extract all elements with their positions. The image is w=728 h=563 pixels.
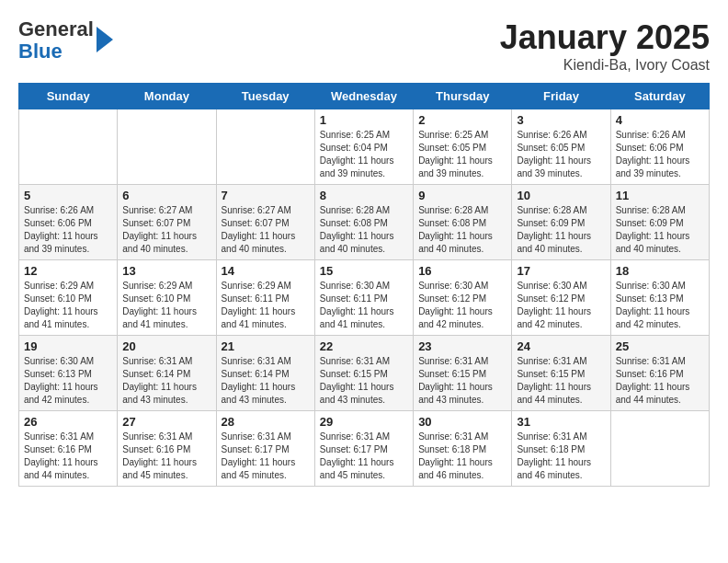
day-info: Sunrise: 6:31 AMSunset: 6:16 PMDaylight:… (24, 431, 112, 482)
day-number: 7 (222, 189, 310, 202)
day-number: 4 (616, 113, 704, 127)
day-number: 20 (122, 339, 210, 353)
logo-general: General (18, 17, 94, 40)
calendar-cell: 2Sunrise: 6:25 AMSunset: 6:05 PMDaylight… (414, 109, 512, 185)
calendar-cell: 14Sunrise: 6:29 AMSunset: 6:11 PMDayligh… (216, 260, 314, 336)
calendar-cell: 6Sunrise: 6:27 AMSunset: 6:07 PMDaylight… (118, 185, 216, 260)
calendar-cell: 25Sunrise: 6:31 AMSunset: 6:16 PMDayligh… (610, 336, 709, 411)
calendar-cell: 24Sunrise: 6:31 AMSunset: 6:15 PMDayligh… (512, 336, 610, 411)
day-number: 6 (122, 189, 210, 202)
calendar-cell (118, 109, 216, 185)
day-info: Sunrise: 6:28 AMSunset: 6:08 PMDaylight:… (320, 204, 408, 256)
day-number: 14 (222, 264, 310, 278)
calendar-cell (216, 109, 314, 185)
calendar-cell: 11Sunrise: 6:28 AMSunset: 6:09 PMDayligh… (610, 185, 709, 260)
day-number: 10 (517, 189, 605, 202)
calendar-cell: 20Sunrise: 6:31 AMSunset: 6:14 PMDayligh… (118, 336, 216, 411)
calendar-cell: 27Sunrise: 6:31 AMSunset: 6:16 PMDayligh… (118, 411, 216, 487)
day-info: Sunrise: 6:31 AMSunset: 6:15 PMDaylight:… (517, 355, 605, 407)
day-number: 5 (24, 189, 112, 202)
calendar-cell: 19Sunrise: 6:30 AMSunset: 6:13 PMDayligh… (19, 336, 118, 411)
day-number: 1 (320, 113, 408, 127)
day-info: Sunrise: 6:27 AMSunset: 6:07 PMDaylight:… (222, 204, 310, 256)
calendar-cell: 1Sunrise: 6:25 AMSunset: 6:04 PMDaylight… (314, 109, 413, 185)
title-block: January 2025 Kiendi-Ba, Ivory Coast (500, 18, 710, 74)
day-number: 15 (320, 264, 408, 278)
calendar-cell: 30Sunrise: 6:31 AMSunset: 6:18 PMDayligh… (414, 411, 512, 487)
day-header-friday: Friday (512, 84, 610, 109)
page-title: January 2025 (500, 18, 710, 57)
day-info: Sunrise: 6:31 AMSunset: 6:14 PMDaylight:… (122, 355, 210, 407)
calendar-cell: 8Sunrise: 6:28 AMSunset: 6:08 PMDaylight… (314, 185, 413, 260)
calendar-cell: 28Sunrise: 6:31 AMSunset: 6:17 PMDayligh… (216, 411, 314, 487)
logo-arrow-icon (97, 27, 113, 52)
day-info: Sunrise: 6:26 AMSunset: 6:06 PMDaylight:… (24, 204, 112, 256)
calendar-cell: 3Sunrise: 6:26 AMSunset: 6:05 PMDaylight… (512, 109, 610, 185)
day-info: Sunrise: 6:31 AMSunset: 6:18 PMDaylight:… (517, 431, 605, 482)
calendar-cell (610, 411, 709, 487)
calendar-cell: 18Sunrise: 6:30 AMSunset: 6:13 PMDayligh… (610, 260, 709, 336)
day-info: Sunrise: 6:27 AMSunset: 6:07 PMDaylight:… (122, 204, 210, 256)
day-info: Sunrise: 6:26 AMSunset: 6:05 PMDaylight:… (517, 129, 605, 180)
calendar-header-row: SundayMondayTuesdayWednesdayThursdayFrid… (19, 84, 710, 109)
day-info: Sunrise: 6:31 AMSunset: 6:16 PMDaylight:… (122, 431, 210, 482)
day-info: Sunrise: 6:25 AMSunset: 6:05 PMDaylight:… (418, 129, 506, 180)
calendar-cell: 13Sunrise: 6:29 AMSunset: 6:10 PMDayligh… (118, 260, 216, 336)
day-number: 2 (418, 113, 506, 127)
day-number: 31 (517, 415, 605, 429)
day-info: Sunrise: 6:31 AMSunset: 6:17 PMDaylight:… (222, 431, 310, 482)
calendar-cell: 31Sunrise: 6:31 AMSunset: 6:18 PMDayligh… (512, 411, 610, 487)
calendar-cell (19, 109, 118, 185)
calendar-cell: 17Sunrise: 6:30 AMSunset: 6:12 PMDayligh… (512, 260, 610, 336)
day-number: 26 (24, 415, 112, 429)
day-header-monday: Monday (118, 84, 216, 109)
day-number: 21 (222, 339, 310, 353)
day-number: 9 (418, 189, 506, 202)
calendar-cell: 9Sunrise: 6:28 AMSunset: 6:08 PMDaylight… (414, 185, 512, 260)
day-info: Sunrise: 6:29 AMSunset: 6:10 PMDaylight:… (24, 280, 112, 331)
calendar-cell: 22Sunrise: 6:31 AMSunset: 6:15 PMDayligh… (314, 336, 413, 411)
day-info: Sunrise: 6:30 AMSunset: 6:11 PMDaylight:… (320, 280, 408, 331)
calendar-cell: 5Sunrise: 6:26 AMSunset: 6:06 PMDaylight… (19, 185, 118, 260)
day-number: 24 (517, 339, 605, 353)
day-info: Sunrise: 6:30 AMSunset: 6:13 PMDaylight:… (616, 280, 704, 331)
day-info: Sunrise: 6:26 AMSunset: 6:06 PMDaylight:… (616, 129, 704, 180)
calendar-cell: 23Sunrise: 6:31 AMSunset: 6:15 PMDayligh… (414, 336, 512, 411)
day-number: 18 (616, 264, 704, 278)
day-info: Sunrise: 6:25 AMSunset: 6:04 PMDaylight:… (320, 129, 408, 180)
calendar-cell: 12Sunrise: 6:29 AMSunset: 6:10 PMDayligh… (19, 260, 118, 336)
header: General Blue January 2025 Kiendi-Ba, Ivo… (18, 18, 710, 74)
calendar-cell: 29Sunrise: 6:31 AMSunset: 6:17 PMDayligh… (314, 411, 413, 487)
day-number: 27 (122, 415, 210, 429)
day-info: Sunrise: 6:28 AMSunset: 6:08 PMDaylight:… (418, 204, 506, 256)
day-info: Sunrise: 6:31 AMSunset: 6:18 PMDaylight:… (418, 431, 506, 482)
calendar-cell: 15Sunrise: 6:30 AMSunset: 6:11 PMDayligh… (314, 260, 413, 336)
day-number: 13 (122, 264, 210, 278)
day-header-tuesday: Tuesday (216, 84, 314, 109)
day-number: 11 (616, 189, 704, 202)
calendar-week-4: 19Sunrise: 6:30 AMSunset: 6:13 PMDayligh… (19, 336, 710, 411)
calendar-cell: 16Sunrise: 6:30 AMSunset: 6:12 PMDayligh… (414, 260, 512, 336)
logo: General Blue (18, 18, 113, 63)
day-number: 12 (24, 264, 112, 278)
day-info: Sunrise: 6:31 AMSunset: 6:15 PMDaylight:… (418, 355, 506, 407)
calendar: SundayMondayTuesdayWednesdayThursdayFrid… (18, 83, 710, 487)
day-info: Sunrise: 6:30 AMSunset: 6:13 PMDaylight:… (24, 355, 112, 407)
calendar-week-3: 12Sunrise: 6:29 AMSunset: 6:10 PMDayligh… (19, 260, 710, 336)
day-number: 22 (320, 339, 408, 353)
day-header-saturday: Saturday (610, 84, 709, 109)
day-header-wednesday: Wednesday (314, 84, 413, 109)
day-number: 19 (24, 339, 112, 353)
day-info: Sunrise: 6:31 AMSunset: 6:17 PMDaylight:… (320, 431, 408, 482)
day-info: Sunrise: 6:30 AMSunset: 6:12 PMDaylight:… (517, 280, 605, 331)
calendar-cell: 21Sunrise: 6:31 AMSunset: 6:14 PMDayligh… (216, 336, 314, 411)
day-number: 17 (517, 264, 605, 278)
day-info: Sunrise: 6:28 AMSunset: 6:09 PMDaylight:… (517, 204, 605, 256)
calendar-cell: 4Sunrise: 6:26 AMSunset: 6:06 PMDaylight… (610, 109, 709, 185)
calendar-week-1: 1Sunrise: 6:25 AMSunset: 6:04 PMDaylight… (19, 109, 710, 185)
page-subtitle: Kiendi-Ba, Ivory Coast (500, 57, 710, 74)
day-number: 23 (418, 339, 506, 353)
day-info: Sunrise: 6:28 AMSunset: 6:09 PMDaylight:… (616, 204, 704, 256)
day-number: 29 (320, 415, 408, 429)
day-number: 16 (418, 264, 506, 278)
